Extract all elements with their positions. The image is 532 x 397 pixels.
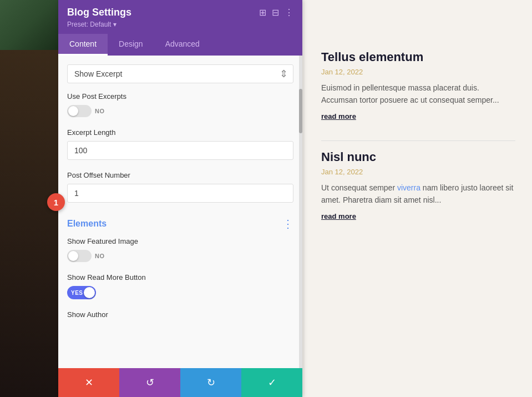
show-read-more-label: Show Read More Button <box>67 273 293 282</box>
panel-body: Show Excerpt Hide Excerpt ⇕ Use Post Exc… <box>58 56 302 368</box>
show-featured-image-toggle[interactable]: NO <box>67 250 293 262</box>
show-excerpt-select[interactable]: Show Excerpt Hide Excerpt <box>67 64 293 83</box>
bg-plant <box>0 0 58 50</box>
use-post-excerpts-value: NO <box>95 108 105 114</box>
show-featured-image-track[interactable] <box>67 250 92 262</box>
panel-icons: ⊞ ⊟ ⋮ <box>259 7 293 18</box>
post-offset-group: Post Offset Number <box>67 171 293 214</box>
redo-icon: ↻ <box>207 376 215 389</box>
post-offset-input[interactable] <box>67 184 293 203</box>
save-icon: ✓ <box>268 376 276 389</box>
read-more-link-1[interactable]: read more <box>321 112 515 120</box>
tab-design[interactable]: Design <box>108 34 154 56</box>
undo-icon: ↺ <box>146 376 154 389</box>
columns-icon[interactable]: ⊟ <box>272 7 279 18</box>
tab-bar: Content Design Advanced <box>58 34 302 56</box>
panel-preset[interactable]: Preset: Default ▾ <box>67 21 293 28</box>
show-read-more-toggle[interactable]: YES <box>67 286 293 299</box>
post-excerpt-2: Ut consequat semper viverra nam libero j… <box>321 182 515 207</box>
read-more-link-2[interactable]: read more <box>321 212 515 220</box>
post-title-2: Nisl nunc <box>321 150 515 164</box>
show-excerpt-select-wrap[interactable]: Show Excerpt Hide Excerpt ⇕ <box>67 64 293 83</box>
cancel-icon: ✕ <box>85 376 93 389</box>
use-post-excerpts-label: Use Post Excerpts <box>67 92 293 100</box>
settings-panel: Blog Settings ⊞ ⊟ ⋮ Preset: Default ▾ Co… <box>58 0 302 397</box>
use-post-excerpts-thumb <box>68 106 78 116</box>
show-author-label: Show Author <box>67 310 293 319</box>
undo-button[interactable]: ↺ <box>119 368 180 397</box>
show-author-row: Show Author <box>67 310 293 319</box>
scrollbar-track[interactable] <box>299 56 302 368</box>
show-read-more-track[interactable]: YES <box>67 286 96 299</box>
bg-dark <box>0 50 58 397</box>
save-button[interactable]: ✓ <box>241 368 302 397</box>
excerpt-length-input[interactable] <box>67 141 293 160</box>
right-content-area: Tellus elementum Jan 12, 2022 Euismod in… <box>305 0 532 397</box>
post-date-1: Jan 12, 2022 <box>321 68 515 76</box>
show-featured-image-label: Show Featured Image <box>67 237 293 245</box>
scrollbar-thumb[interactable] <box>299 89 302 133</box>
cancel-button[interactable]: ✕ <box>58 368 119 397</box>
elements-section-header: Elements ⋮ <box>67 218 293 229</box>
post-offset-label: Post Offset Number <box>67 171 293 179</box>
panel-header: Blog Settings ⊞ ⊟ ⋮ Preset: Default ▾ <box>58 0 302 34</box>
post-excerpt-1: Euismod in pellentesque massa placerat d… <box>321 82 515 107</box>
panel-title: Blog Settings <box>67 7 131 18</box>
post-title-1: Tellus elementum <box>321 50 515 64</box>
use-post-excerpts-row: Use Post Excerpts NO <box>67 92 293 117</box>
post-divider <box>321 140 515 141</box>
show-read-more-row: Show Read More Button YES <box>67 273 293 299</box>
bottom-bar: ✕ ↺ ↻ ✓ <box>58 368 302 397</box>
post-date-2: Jan 12, 2022 <box>321 168 515 176</box>
tab-advanced[interactable]: Advanced <box>154 34 211 56</box>
expand-icon[interactable]: ⊞ <box>259 7 266 18</box>
show-read-more-thumb <box>84 287 95 298</box>
excerpt-length-label: Excerpt Length <box>67 128 293 137</box>
use-post-excerpts-toggle[interactable]: NO <box>67 105 293 117</box>
use-post-excerpts-track[interactable] <box>67 105 92 117</box>
show-featured-image-value: NO <box>95 253 105 259</box>
show-featured-image-row: Show Featured Image NO <box>67 237 293 262</box>
redo-button[interactable]: ↻ <box>180 368 241 397</box>
panel-title-row: Blog Settings ⊞ ⊟ ⋮ <box>67 7 293 18</box>
post-card-1: Tellus elementum Jan 12, 2022 Euismod in… <box>321 50 515 120</box>
elements-more-icon[interactable]: ⋮ <box>282 218 293 229</box>
excerpt-length-group: Excerpt Length <box>67 128 293 171</box>
elements-section-title: Elements <box>67 219 107 229</box>
post-card-2: Nisl nunc Jan 12, 2022 Ut consequat semp… <box>321 150 515 220</box>
step-badge: 1 <box>47 193 65 211</box>
more-icon[interactable]: ⋮ <box>285 7 293 18</box>
tab-content[interactable]: Content <box>58 34 108 56</box>
show-read-more-yes-label: YES <box>67 290 83 296</box>
show-featured-image-thumb <box>68 251 78 261</box>
